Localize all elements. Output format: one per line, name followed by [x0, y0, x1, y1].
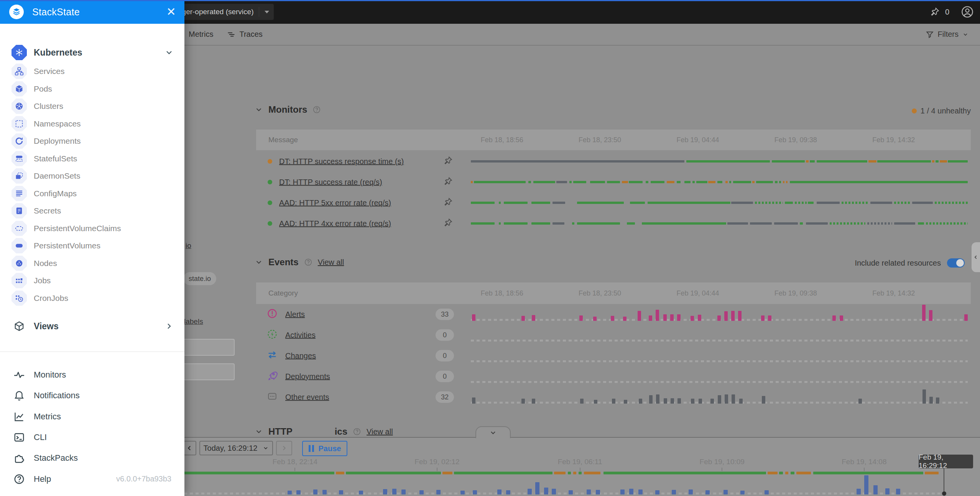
fragment-input-box[interactable] — [183, 339, 235, 356]
health-segment — [531, 222, 550, 225]
sidebar-item-jobs[interactable]: Jobs — [0, 272, 184, 289]
sidebar-item-persistentvolumeclaims[interactable]: PersistentVolumeClaims — [0, 220, 184, 237]
row-pin-icon[interactable] — [443, 197, 453, 209]
avatar-icon[interactable] — [961, 5, 974, 18]
event-bar — [594, 400, 597, 404]
health-segment — [800, 222, 803, 225]
tab-traces[interactable]: Traces — [227, 30, 262, 39]
sidebar-item-clusters[interactable]: Clusters — [0, 97, 184, 115]
help-circle-icon[interactable] — [304, 258, 312, 266]
timeline-bar — [392, 489, 396, 494]
sidebar-item-stackpacks[interactable]: StackPacks — [0, 449, 184, 467]
event-histogram[interactable] — [471, 387, 968, 407]
dots-box-icon — [267, 391, 278, 403]
timeline-cursor-line[interactable] — [944, 468, 944, 493]
event-histogram[interactable] — [471, 345, 968, 366]
event-category-link[interactable]: Changes — [285, 351, 316, 360]
health-segment — [755, 202, 783, 204]
timeline-bar — [436, 490, 441, 494]
monitor-link[interactable]: DT: HTTP success rate (req/s) — [279, 178, 382, 187]
health-segment — [779, 472, 783, 475]
collapse-chevron-icon[interactable] — [255, 427, 263, 436]
drawer-brand-title: StackState — [32, 7, 166, 18]
monitor-health-timeline[interactable] — [471, 213, 968, 234]
monitor-link[interactable]: DT: HTTP success response time (s) — [279, 157, 404, 166]
event-histogram[interactable] — [471, 304, 968, 325]
event-histogram[interactable] — [471, 325, 968, 345]
filters-button[interactable]: Filters — [926, 24, 968, 45]
sidebar-item-deployments[interactable]: Deployments — [0, 132, 184, 150]
sidebar-item-cli[interactable]: CLI — [0, 429, 184, 446]
health-segment — [752, 181, 755, 183]
health-segment — [686, 160, 770, 163]
sidebar-item-persistentvolumes[interactable]: PersistentVolumes — [0, 237, 184, 255]
row-pin-icon[interactable] — [443, 177, 453, 188]
include-related-resources-toggle[interactable] — [947, 258, 965, 268]
help-circle-icon[interactable] — [353, 427, 361, 436]
fragment-io-link[interactable]: io — [186, 241, 191, 250]
monitor-health-timeline[interactable] — [471, 172, 968, 192]
sidebar-item-configmaps[interactable]: ConfigMaps — [0, 185, 184, 202]
health-segment — [554, 472, 566, 475]
health-segment — [184, 472, 334, 475]
event-category-link[interactable]: Activities — [285, 331, 316, 340]
sidebar-item-metrics[interactable]: Metrics — [0, 408, 184, 425]
row-pin-icon[interactable] — [443, 218, 453, 229]
chevron-down-icon — [962, 31, 968, 38]
sidebar-item-services[interactable]: Services — [0, 62, 184, 80]
event-bar — [649, 395, 653, 404]
help-circle-icon[interactable] — [312, 105, 321, 114]
sidebar-item-kubernetes[interactable]: Kubernetes — [0, 44, 184, 61]
event-histogram[interactable] — [471, 366, 968, 387]
monitor-link[interactable]: AAD: HTTP 5xx error rate (req/s) — [279, 199, 391, 207]
fragment-labels-link[interactable]: labels — [184, 317, 203, 326]
traces-icon — [227, 30, 235, 39]
sidebar-item-label: StackPacks — [34, 453, 78, 463]
monitor-health-timeline[interactable] — [471, 151, 968, 172]
fragment-input-box[interactable] — [183, 363, 235, 380]
event-bar — [738, 311, 742, 321]
health-segment — [806, 160, 809, 163]
tab-metrics[interactable]: Metrics — [189, 30, 213, 39]
timeline-cursor-dot[interactable] — [942, 491, 946, 496]
monitor-link[interactable]: AAD: HTTP 4xx error rate (req/s) — [279, 219, 391, 228]
close-icon[interactable]: ✕ — [166, 6, 176, 18]
health-segment — [727, 222, 748, 225]
pin-icon[interactable] — [930, 7, 940, 17]
component-selector-dropdown[interactable]: ager-operated (service) — [173, 4, 274, 20]
event-category-link[interactable]: Alerts — [285, 310, 305, 319]
sidebar-item-label: Pods — [34, 84, 52, 94]
event-bar — [929, 397, 933, 404]
health-segment — [471, 222, 495, 225]
event-category-link[interactable]: Other events — [285, 393, 329, 402]
health-summary-label: 1 / 4 unhealthy — [921, 107, 971, 115]
monitor-health-timeline[interactable] — [471, 192, 968, 213]
sidebar-item-namespaces[interactable]: Namespaces — [0, 115, 184, 133]
sidebar-item-daemonsets[interactable]: DaemonSets — [0, 167, 184, 185]
timeline-axis-label: Feb 18, 22:14 — [273, 458, 317, 466]
event-bar — [532, 399, 535, 404]
sidebar-item-secrets[interactable]: Secrets — [0, 202, 184, 220]
sidebar-item-nodes[interactable]: Nodes — [0, 255, 184, 272]
event-category-link[interactable]: Deployments — [285, 372, 330, 381]
timeline-collapse-handle[interactable] — [475, 426, 511, 438]
timeline-bar — [497, 489, 502, 494]
collapse-chevron-icon[interactable] — [255, 105, 263, 114]
row-pin-icon[interactable] — [443, 156, 453, 167]
events-view-all-link[interactable]: View all — [318, 258, 344, 267]
collapse-chevron-icon[interactable] — [255, 258, 263, 266]
event-bar — [638, 311, 641, 321]
sidebar-item-views[interactable]: Views — [0, 317, 184, 335]
sidebar-item-monitors[interactable]: Monitors — [0, 366, 184, 384]
http-view-all-link[interactable]: View all — [367, 427, 393, 436]
health-segment — [573, 472, 576, 475]
sidebar-item-pods[interactable]: Pods — [0, 80, 184, 98]
event-bar — [664, 398, 667, 404]
sidebar-item-statefulsets[interactable]: StatefulSets — [0, 150, 184, 168]
timeline-chart[interactable]: Feb 18, 22:14Feb 19, 02:12Feb 19, 06:11F… — [184, 438, 944, 496]
sidebar-item-cronjobs[interactable]: CronJobs — [0, 289, 184, 307]
sidebar-item-notifications[interactable]: Notifications — [0, 387, 184, 404]
include-related-resources-control: Include related resources — [855, 258, 965, 268]
timeline-bar — [288, 491, 292, 494]
right-panel-expand-handle[interactable] — [972, 242, 980, 272]
